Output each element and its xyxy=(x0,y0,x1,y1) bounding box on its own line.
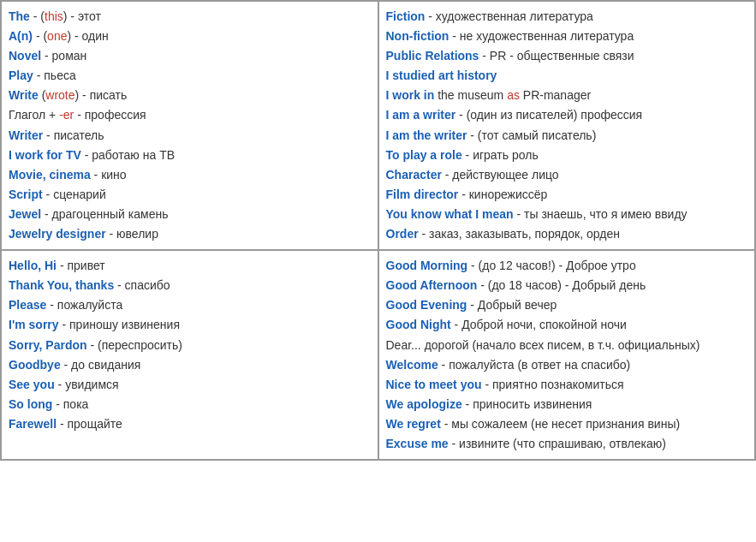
line: Goodbye - до свидания xyxy=(9,355,371,375)
line: Film director - кинорежиссёр xyxy=(386,185,748,205)
text-ru: дорогой (начало всех писем, в т.ч. офици… xyxy=(421,338,700,352)
line: Nice to meet you - приятно познакомиться xyxy=(386,375,748,395)
text-ru: - (тот самый писатель) xyxy=(467,128,596,142)
cell-top-right: Fiction - художественная литератураNon-f… xyxy=(378,1,756,250)
text-en: Order xyxy=(386,227,419,241)
text-en: Good Night xyxy=(386,318,451,331)
text-en: A(n) xyxy=(9,29,33,43)
text-en: See you xyxy=(9,378,55,391)
text-ru: - (один из писателей) профессия xyxy=(455,108,642,122)
text-en: I work in xyxy=(386,88,435,102)
text-en: Welcome xyxy=(386,358,438,372)
text-en: Please xyxy=(9,298,46,312)
line: You know what I mean - ты знаешь, что я … xyxy=(386,205,748,224)
line: Non-fiction - не художественная литерату… xyxy=(386,27,748,46)
line: I am the writer - (тот самый писатель) xyxy=(386,126,748,146)
text-ru: - сценарий xyxy=(43,188,106,201)
text-ru: - ты знаешь, что я имею ввиду xyxy=(514,207,688,221)
text-ru: - пожалуйста (в ответ на спасибо) xyxy=(438,358,631,372)
line: Jewelry designer - ювелир xyxy=(9,224,371,244)
text-ru: - извините (что спрашиваю, отвлекаю) xyxy=(449,437,666,450)
text-ru: - работаю на ТВ xyxy=(81,148,175,162)
text-en: I'm sorry xyxy=(9,318,59,331)
text-en: Jewel xyxy=(9,207,41,221)
text-en: Play xyxy=(9,68,33,82)
text-en-red: -er xyxy=(59,108,74,122)
text-ru: the museum xyxy=(434,88,507,102)
text-en: We regret xyxy=(386,417,441,431)
line: Order - заказ, заказывать, порядок, орде… xyxy=(386,224,748,244)
line: I am a writer - (один из писателей) проф… xyxy=(386,105,748,125)
text-en: Movie, cinema xyxy=(9,168,91,182)
text-ru: PR-manager xyxy=(520,88,591,102)
text-en: Script xyxy=(9,188,43,201)
text-en-red: as xyxy=(507,88,520,102)
line: Thank You, thanks - спасибо xyxy=(9,276,371,295)
text-ru: - приносить извинения xyxy=(462,397,592,411)
line: We regret - мы сожалеем (не несет призна… xyxy=(386,414,748,434)
text-ru: - до свидания xyxy=(61,358,141,372)
line: Play - пьеса xyxy=(9,66,371,86)
text-en: Nice to meet you xyxy=(386,378,482,391)
line: Please - пожалуйста xyxy=(9,295,371,315)
line: Farewell - прощайте xyxy=(9,414,371,434)
text-en: Farewell xyxy=(9,417,57,431)
text-en: Hello, Hi xyxy=(9,259,57,272)
text-ru: - ювелир xyxy=(106,227,158,241)
line: Good Morning - (до 12 часов!) - Доброе у… xyxy=(386,256,748,276)
text-en: I studied art history xyxy=(386,68,497,82)
text-en: Excuse me xyxy=(386,437,449,450)
text-en: I work for TV xyxy=(9,148,81,162)
text-ru: - пожалуйста xyxy=(46,298,122,312)
text-en: Write xyxy=(9,88,39,102)
text-en: The xyxy=(9,9,30,23)
text-en: You know what I mean xyxy=(386,207,514,221)
line: Sorry, Pardon - (переспросить) xyxy=(9,336,371,355)
text-en: I am a writer xyxy=(386,108,456,122)
text-ru: - Доброй ночи, спокойной ночи xyxy=(451,318,627,331)
line: Dear... дорогой (начало всех писем, в т.… xyxy=(386,336,748,355)
line: Good Evening - Добрый вечер xyxy=(386,295,748,315)
cell-top-left: The - (this) - этотA(n) - (one) - одинNo… xyxy=(1,1,378,250)
line: Jewel - драгоценный камень xyxy=(9,205,371,224)
text-en: Good Evening xyxy=(386,298,467,312)
text-ru: ) - писать xyxy=(75,88,128,102)
text-ru: - кинорежиссёр xyxy=(458,188,547,201)
line: So long - пока xyxy=(9,395,371,414)
text-ru: Глагол + xyxy=(9,108,59,122)
text-en: I am the writer xyxy=(386,128,467,142)
text-ru: - привет xyxy=(57,259,105,272)
text-ru: - роман xyxy=(41,49,86,63)
text-en: Fiction xyxy=(386,9,426,23)
text-ru: - художественная литература xyxy=(425,9,592,23)
text-ru: - мы сожалеем (не несет признания вины) xyxy=(441,417,680,431)
text-en: Public Relations xyxy=(386,49,479,63)
line: I'm sorry - приношу извинения xyxy=(9,315,371,335)
line: The - (this) - этот xyxy=(9,7,371,27)
line: I studied art history xyxy=(386,66,748,86)
line: To play a role - играть роль xyxy=(386,146,748,165)
text-ru: - Добрый вечер xyxy=(467,298,557,312)
line: Write (wrote) - писать xyxy=(9,86,371,105)
line: Good Night - Доброй ночи, спокойной ночи xyxy=(386,315,748,335)
text-en: Sorry, Pardon xyxy=(9,338,87,352)
line: Глагол + -er - профессия xyxy=(9,105,371,125)
text-ru: - приятно познакомиться xyxy=(482,378,624,391)
text-ru: ) - один xyxy=(67,29,108,43)
line: We apologize - приносить извинения xyxy=(386,395,748,414)
text-en: Jewelry designer xyxy=(9,227,106,241)
text-en: Novel xyxy=(9,49,41,63)
text-ru: ) - этот xyxy=(63,9,101,23)
text-ru: - писатель xyxy=(43,128,104,142)
text-en: Goodbye xyxy=(9,358,61,372)
text-en-red: one xyxy=(47,29,67,43)
line: Public Relations - PR - общественные свя… xyxy=(386,46,748,66)
line: Welcome - пожалуйста (в ответ на спасибо… xyxy=(386,355,748,375)
text-en: Good Morning xyxy=(386,259,468,272)
text-ru: - увидимся xyxy=(55,378,119,391)
text-ru: - приношу извинения xyxy=(59,318,180,331)
text-en: Good Afternoon xyxy=(386,278,478,292)
text-ru: - (переспросить) xyxy=(87,338,182,352)
text-en: So long xyxy=(9,397,52,411)
line: A(n) - (one) - один xyxy=(9,27,371,46)
